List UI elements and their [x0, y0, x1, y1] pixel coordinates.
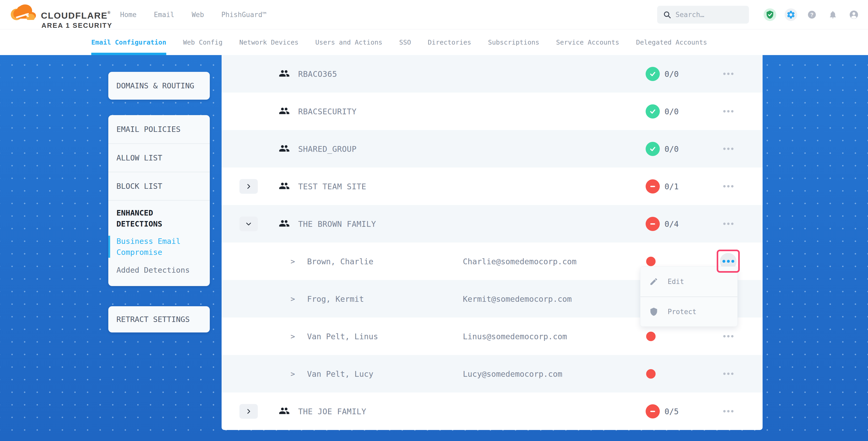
- search-input[interactable]: [676, 11, 736, 19]
- tab-web-config[interactable]: Web Config: [183, 29, 223, 55]
- nav-link-home[interactable]: Home: [120, 11, 136, 19]
- table-row-the-brown-family[interactable]: THE BROWN FAMILY0/4: [222, 205, 763, 243]
- user-chevron: >: [290, 370, 295, 378]
- more-menu-wrap: [720, 66, 737, 82]
- brand-subtitle: AREA 1 SECURITY: [41, 22, 113, 30]
- more-actions-button[interactable]: [723, 110, 734, 113]
- status-dot: [646, 369, 656, 379]
- pencil-icon: [640, 277, 658, 286]
- more-menu-wrap: [720, 140, 737, 157]
- search-box[interactable]: [657, 6, 749, 24]
- status-ok-badge: [646, 104, 660, 119]
- tab-directories[interactable]: Directories: [428, 29, 471, 55]
- help-button[interactable]: ?: [806, 8, 818, 21]
- more-menu-wrap: [720, 403, 737, 420]
- protected-count: 0/0: [664, 107, 679, 116]
- protected-count: 0/5: [664, 407, 679, 416]
- people-icon: [279, 68, 290, 80]
- user-name: Brown, Charlie: [307, 257, 373, 266]
- shield-check-button[interactable]: [764, 8, 776, 21]
- chevron-right-icon: [245, 183, 252, 190]
- group-name: RBACO365: [298, 69, 337, 78]
- table-row-shared-group[interactable]: SHARED_GROUP0/0: [222, 130, 763, 167]
- sidebar-item-email-policies[interactable]: EMAIL POLICIES: [108, 115, 210, 144]
- expand-button[interactable]: [240, 179, 258, 194]
- chevron-down-icon: [245, 220, 252, 227]
- tab-delegated-accounts[interactable]: Delegated Accounts: [636, 29, 707, 55]
- more-menu-wrap: [720, 366, 737, 382]
- table-row-the-joe-family[interactable]: THE JOE FAMILY0/5: [222, 392, 763, 430]
- sidebar-card-2: RETRACT SETTINGS: [108, 306, 210, 333]
- status-blocked-badge: [646, 404, 660, 418]
- user-icon: [849, 10, 859, 20]
- cloudflare-logo: CLOUDFLARE® AREA 1 SECURITY: [10, 1, 105, 28]
- tab-subscriptions[interactable]: Subscriptions: [488, 29, 539, 55]
- table-row-rbacsecurity[interactable]: RBACSECURITY0/0: [222, 93, 763, 130]
- people-icon: [279, 405, 290, 417]
- tab-network-devices[interactable]: Network Devices: [240, 29, 299, 55]
- user-chevron: >: [290, 294, 295, 303]
- expand-button[interactable]: [240, 217, 258, 231]
- sidebar-item-domains-routing[interactable]: DOMAINS & ROUTING: [108, 72, 210, 100]
- status-dot: [646, 257, 656, 266]
- status-dot: [646, 332, 656, 341]
- more-actions-button[interactable]: [723, 335, 734, 338]
- sidebar-item-business-email-compromise[interactable]: Business Email Compromise: [108, 236, 197, 258]
- config-tabs: Email ConfigurationWeb ConfigNetwork Dev…: [0, 29, 868, 55]
- user-button[interactable]: [847, 8, 860, 21]
- more-menu-wrap: [720, 216, 737, 232]
- table-row-test-team-site[interactable]: TEST TEAM SITE0/1: [222, 167, 763, 205]
- help-icon: ?: [807, 10, 816, 20]
- more-actions-button[interactable]: [723, 373, 734, 375]
- user-email: Charlie@somedemocorp.com: [463, 257, 577, 266]
- nav-link-email[interactable]: Email: [154, 11, 175, 19]
- table-row-rbaco365[interactable]: RBACO3650/0: [222, 55, 763, 93]
- more-actions-button[interactable]: [723, 148, 734, 150]
- more-actions-button[interactable]: [723, 73, 734, 75]
- table-row-van-pelt-lucy[interactable]: >Van Pelt, LucyLucy@somedemocorp.com: [222, 355, 763, 392]
- user-name: Van Pelt, Linus: [307, 332, 378, 341]
- shield-icon: [640, 307, 658, 316]
- menu-item-edit[interactable]: Edit: [640, 266, 737, 296]
- context-menu: EditProtect: [640, 266, 738, 327]
- sidebar-item-block-list[interactable]: BLOCK LIST: [108, 172, 210, 200]
- expand-button[interactable]: [240, 404, 258, 419]
- brand-trademark: ®: [107, 10, 110, 15]
- menu-item-protect[interactable]: Protect: [640, 296, 737, 326]
- gear-icon: [786, 10, 796, 20]
- nav-link-phishguard[interactable]: PhishGuard™: [221, 11, 267, 19]
- people-icon: [279, 105, 290, 118]
- more-actions-button[interactable]: [723, 185, 734, 187]
- people-icon: [279, 218, 290, 230]
- group-name: TEST TEAM SITE: [298, 182, 366, 191]
- tab-users-and-actions[interactable]: Users and Actions: [315, 29, 382, 55]
- tab-service-accounts[interactable]: Service Accounts: [556, 29, 619, 55]
- more-actions-button[interactable]: [723, 223, 734, 225]
- more-actions-button[interactable]: [723, 410, 734, 412]
- sidebar-item-allow-list[interactable]: ALLOW LIST: [108, 144, 210, 172]
- more-actions-button[interactable]: [722, 260, 734, 263]
- nav-link-web[interactable]: Web: [192, 11, 204, 19]
- protected-count: 0/4: [664, 219, 679, 228]
- user-name: Van Pelt, Lucy: [307, 369, 373, 378]
- people-icon: [279, 143, 290, 155]
- tab-sso[interactable]: SSO: [399, 29, 411, 55]
- status-blocked-badge: [646, 179, 660, 193]
- tab-email-configuration[interactable]: Email Configuration: [91, 29, 166, 55]
- user-chevron: >: [290, 257, 295, 265]
- status-ok-badge: [646, 67, 660, 81]
- group-name: RBACSECURITY: [298, 107, 356, 116]
- shield-check-icon: [766, 10, 774, 19]
- bell-button[interactable]: [827, 8, 839, 21]
- sidebar-item-retract-settings[interactable]: RETRACT SETTINGS: [108, 306, 210, 333]
- group-name: THE BROWN FAMILY: [298, 219, 376, 228]
- cloudflare-cloud-icon: [10, 2, 39, 23]
- gear-button[interactable]: [785, 8, 797, 21]
- sidebar-item-added-detections[interactable]: Added Detections: [108, 264, 210, 286]
- user-email: Kermit@somedemocorp.com: [463, 294, 572, 303]
- status-blocked-badge: [646, 217, 660, 231]
- group-name: THE JOE FAMILY: [298, 407, 366, 416]
- groups-table: RBACO3650/0RBACSECURITY0/0SHARED_GROUP0/…: [222, 55, 763, 430]
- chevron-right-icon: [245, 408, 252, 415]
- menu-item-label: Protect: [668, 308, 696, 316]
